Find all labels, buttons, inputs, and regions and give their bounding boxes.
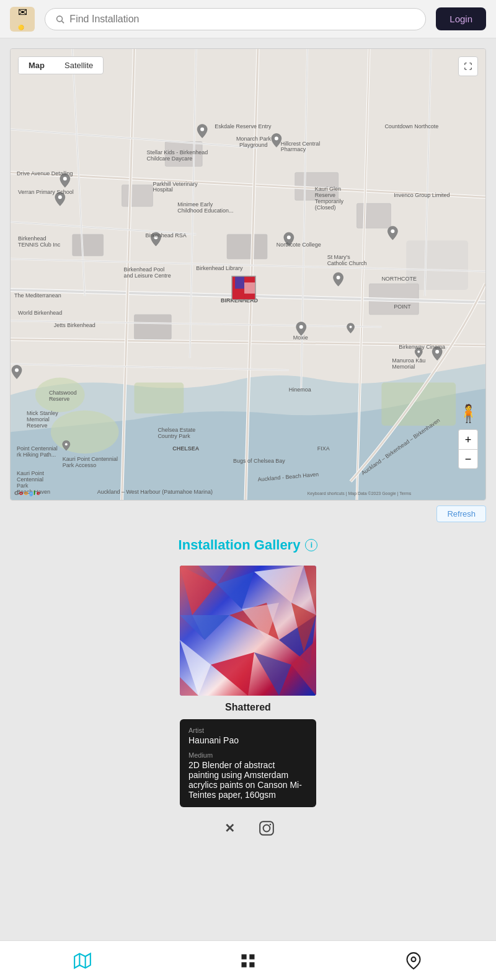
street-view-pegman[interactable]: 🧍 <box>458 401 478 426</box>
svg-marker-136 <box>211 652 254 696</box>
svg-point-46 <box>200 128 204 131</box>
svg-text:Birkenway Cinema: Birkenway Cinema <box>399 344 445 350</box>
svg-text:Kauri Glen: Kauri Glen <box>315 186 341 192</box>
map-background: Eskdale Reserve Entry Monarch Park Playg… <box>11 49 485 500</box>
svg-text:Memorial: Memorial <box>392 364 415 370</box>
svg-rect-13 <box>73 234 104 256</box>
svg-point-55 <box>299 325 303 329</box>
artwork-image[interactable] <box>180 566 316 696</box>
instagram-social-button[interactable] <box>258 820 275 837</box>
svg-text:Stellar Kids - Birkenhead: Stellar Kids - Birkenhead <box>146 149 208 155</box>
svg-text:Kauri Point: Kauri Point <box>17 470 44 476</box>
gallery-info-button[interactable]: i <box>305 539 317 551</box>
logo-icon: ✉🟡 <box>18 6 27 32</box>
zoom-controls: + − <box>458 429 478 469</box>
social-row: ✕ <box>221 820 275 837</box>
svg-point-155 <box>411 957 415 961</box>
search-icon <box>55 14 64 24</box>
svg-point-3 <box>51 410 119 453</box>
svg-marker-138 <box>291 640 316 696</box>
svg-text:Chelsea Estate: Chelsea Estate <box>157 427 195 433</box>
svg-point-53 <box>337 276 340 279</box>
svg-text:Monarch Park: Monarch Park <box>236 136 271 142</box>
fullscreen-icon <box>464 62 472 71</box>
svg-text:Drive Avenue Detailing: Drive Avenue Detailing <box>17 170 73 177</box>
svg-text:Pharmacy: Pharmacy <box>281 146 306 152</box>
svg-text:g: g <box>29 489 33 496</box>
svg-point-47 <box>275 137 278 141</box>
svg-point-51 <box>287 235 291 239</box>
refresh-button[interactable]: Refresh <box>436 505 486 522</box>
svg-text:St Mary's: St Mary's <box>327 254 351 260</box>
svg-text:Countdown Northcote: Countdown Northcote <box>384 123 438 129</box>
svg-text:Bugs of Chelsea Bay: Bugs of Chelsea Bay <box>233 458 285 464</box>
svg-point-57 <box>417 351 420 353</box>
svg-text:Kauri Point Centennial: Kauri Point Centennial <box>63 456 118 462</box>
svg-text:Reserve: Reserve <box>27 422 47 429</box>
svg-text:Reserve: Reserve <box>49 396 69 402</box>
svg-text:G: G <box>14 489 19 496</box>
svg-text:Keyboard shortcuts | Map Data : Keyboard shortcuts | Map Data ©2023 Goog… <box>308 491 412 496</box>
svg-rect-11 <box>357 203 391 228</box>
nav-pin[interactable] <box>390 947 437 974</box>
svg-rect-15 <box>135 315 172 339</box>
svg-point-59 <box>65 443 68 445</box>
svg-text:Moxie: Moxie <box>293 335 308 341</box>
svg-text:CHELSEA: CHELSEA <box>172 445 199 452</box>
svg-text:World Birkenhead: World Birkenhead <box>18 310 62 316</box>
svg-text:(Closed): (Closed) <box>315 204 336 211</box>
svg-text:Park: Park <box>17 483 29 489</box>
svg-marker-131 <box>254 566 304 603</box>
artwork-title: Shattered <box>225 702 271 713</box>
instagram-icon <box>259 820 275 836</box>
logo: ✉🟡 <box>10 7 35 32</box>
svg-point-49 <box>58 195 62 199</box>
zoom-out-button[interactable]: − <box>458 449 478 469</box>
search-bar[interactable] <box>45 8 426 30</box>
svg-point-58 <box>350 326 352 328</box>
nav-map[interactable] <box>59 947 106 974</box>
svg-text:Manuroa Kāu: Manuroa Kāu <box>392 357 425 364</box>
login-button[interactable]: Login <box>436 7 486 30</box>
refresh-wrapper: Refresh <box>10 505 486 522</box>
svg-rect-145 <box>260 821 273 835</box>
gallery-title-text: Installation Gallery <box>179 537 301 553</box>
artist-label: Artist <box>188 727 308 734</box>
bottom-nav <box>0 940 496 980</box>
svg-rect-7 <box>406 240 468 290</box>
x-social-button[interactable]: ✕ <box>221 820 238 837</box>
svg-text:Birkenhead RSA: Birkenhead RSA <box>145 232 186 238</box>
svg-rect-151 <box>241 954 246 959</box>
search-input[interactable] <box>69 14 415 25</box>
satellite-view-button[interactable]: Satellite <box>55 57 103 74</box>
zoom-in-button[interactable]: + <box>458 429 478 449</box>
svg-point-52 <box>391 229 394 233</box>
svg-marker-130 <box>217 572 254 609</box>
svg-text:o: o <box>19 489 23 496</box>
svg-text:Point Centennial: Point Centennial <box>17 445 58 452</box>
svg-text:Centennial: Centennial <box>17 476 43 483</box>
map-container[interactable]: Eskdale Reserve Entry Monarch Park Playg… <box>10 48 486 501</box>
svg-text:NORTHCOTE: NORTHCOTE <box>381 276 417 282</box>
svg-text:l: l <box>33 489 35 496</box>
svg-text:FIXA: FIXA <box>317 445 330 452</box>
map-toggle[interactable]: Map Satellite <box>18 56 104 74</box>
map-view-button[interactable]: Map <box>19 57 55 74</box>
svg-point-146 <box>264 825 270 832</box>
artwork-info-panel: Artist Haunani Pao Medium 2D Blender of … <box>180 719 316 807</box>
svg-line-1 <box>62 20 64 23</box>
svg-text:POINT: POINT <box>394 304 411 310</box>
svg-marker-142 <box>198 566 229 584</box>
svg-marker-140 <box>242 603 279 640</box>
fullscreen-button[interactable] <box>458 56 478 76</box>
svg-text:Mick Stanley: Mick Stanley <box>27 410 58 416</box>
svg-rect-153 <box>241 962 246 967</box>
x-icon: ✕ <box>224 821 235 836</box>
nav-grid[interactable] <box>224 947 272 974</box>
svg-text:TENNIS Club Inc: TENNIS Club Inc <box>18 242 61 248</box>
svg-text:Hinemoa: Hinemoa <box>289 387 311 393</box>
svg-text:Minimee Early: Minimee Early <box>177 201 213 208</box>
svg-text:Verran Primary School: Verran Primary School <box>18 189 74 195</box>
svg-rect-154 <box>249 962 254 967</box>
header: ✉🟡 Login <box>0 0 496 38</box>
